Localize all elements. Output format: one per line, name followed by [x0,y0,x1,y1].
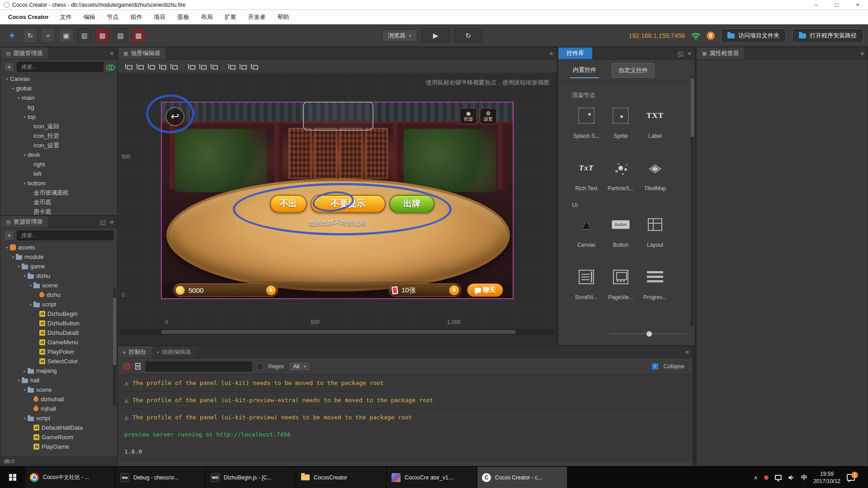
caret-icon[interactable]: ▾ [4,77,10,81]
action-center-icon[interactable]: 1 [847,474,855,481]
tree-row[interactable]: 房卡底 [0,207,117,216]
widgets-scrollbar[interactable] [691,75,694,326]
menu-item[interactable]: 帮助 [272,10,295,24]
assets-tab[interactable]: ▤ 资源管理器 [0,216,48,228]
play-button[interactable]: ▶ [422,28,450,42]
reload-button[interactable]: ↻ [454,28,482,42]
tree-row[interactable]: dizhu [0,290,117,300]
tree-row[interactable]: icon_返回 [0,122,117,131]
tree-row[interactable]: ▾desk [0,150,117,160]
grid-panel-icon[interactable]: ▦ [95,28,110,43]
size-match-h-icon[interactable] [238,62,247,70]
input-language-indicator[interactable]: 中 [801,474,807,482]
tree-row[interactable]: JSGameMenu [0,338,117,347]
tree-row[interactable]: JSPlayPoker [0,347,117,357]
hierarchy-tab[interactable]: ▤ 层级管理器 [0,47,48,59]
menu-item[interactable]: 编辑 [78,10,101,24]
close-icon[interactable]: × [847,0,868,9]
tab-animation-editor[interactable]: ▪ 动画编辑器 [152,346,197,358]
menu-brand[interactable]: Cocos Creator [3,14,54,20]
tree-row[interactable]: ▸majiang [0,366,117,375]
scrollbar-thumb[interactable] [161,330,516,334]
widget-item-progress[interactable]: Progres... [638,267,672,300]
tree-row[interactable]: JSGameRoom [0,432,117,442]
link-icon[interactable] [106,65,113,69]
widget-item-label[interactable]: TXTLabel [638,106,672,139]
tree-row[interactable]: JSDizhuButton [0,319,117,328]
scale-tool-icon[interactable]: × [41,28,56,43]
taskbar-app[interactable]: meDebug - chess/sr... [116,467,205,488]
align-right-icon[interactable] [146,62,155,70]
tray-app-icon[interactable] [764,475,769,480]
widget-item-layout[interactable]: Layout [638,215,672,248]
popout-icon[interactable]: ◱ [678,50,683,57]
menu-hamburger-icon[interactable]: ≡ [860,50,864,57]
tree-row[interactable]: icon_设置 [0,141,117,150]
taskbar-clock[interactable]: 19:59 2017/10/12 [813,470,840,485]
clear-console-icon[interactable] [123,363,130,370]
scene-tab[interactable]: ▦ 场景编辑器 [118,47,165,59]
regex-checkbox[interactable] [257,363,263,370]
menu-item[interactable]: 组件 [125,10,148,24]
menu-item[interactable]: 面板 [172,10,195,24]
menu-hamburger-icon[interactable]: ≡ [110,50,113,57]
maximize-icon[interactable]: □ [826,0,847,9]
tree-row[interactable]: ▾module [0,252,117,262]
caret-icon[interactable]: ▾ [10,86,16,91]
tree-row[interactable]: dizhuhall [0,394,117,404]
caret-icon[interactable]: ▾ [16,96,22,100]
align-center-h-icon[interactable] [135,62,144,70]
layers-panel-icon[interactable]: ▩ [131,28,146,43]
add-node-icon[interactable]: + [5,28,19,43]
align-top-icon[interactable] [157,62,166,70]
caret-icon[interactable]: ▾ [4,245,10,250]
assets-search-input[interactable] [17,230,113,240]
widgets-tab[interactable]: 控件库 [558,47,592,59]
widget-item-pageview[interactable]: PageVie... [604,267,638,300]
tree-row[interactable]: ▾assets [0,243,117,252]
caret-icon[interactable]: ▾ [28,302,33,307]
tree-row[interactable]: bg [0,103,117,112]
caret-icon[interactable]: ▾ [16,378,22,383]
minimize-icon[interactable]: – [806,0,826,9]
slider-handle[interactable] [646,331,652,337]
menu-hamburger-icon[interactable]: ≡ [110,219,113,225]
tree-row[interactable]: left [0,169,117,178]
refresh-icon[interactable]: ↻ [23,28,38,43]
tree-row[interactable]: ▾scene [0,281,117,290]
taskbar-app[interactable]: CocosCre ator_v1.... [387,467,476,488]
scrollbar-thumb[interactable] [113,297,116,365]
tree-row[interactable]: right [0,160,117,169]
start-button[interactable] [0,467,25,488]
network-icon[interactable] [775,475,782,480]
tree-row[interactable]: ▾dizhu [0,271,117,281]
tree-row[interactable]: ▾script [0,300,117,309]
console-filter-input[interactable] [146,361,252,371]
tree-row[interactable]: mjhall [0,404,117,413]
open-project-folder-button[interactable]: 访问项目文件夹 [721,28,786,43]
widget-item-scrollview[interactable]: ScrollVi... [569,267,604,300]
stats-panel-icon[interactable]: ▥ [77,28,92,43]
menu-item[interactable]: 布局 [195,10,219,24]
hierarchy-search-input[interactable] [17,62,104,72]
tab-console[interactable]: ▸ 控制台 [118,346,152,358]
create-node-button[interactable]: + [4,62,14,72]
menu-item[interactable]: 开发者 [242,10,272,24]
tree-row[interactable]: ▾Canvas [0,74,117,84]
preview-target-dropdown[interactable]: 浏览器 ▾ [382,29,417,42]
scene-viewport[interactable]: 使用鼠标右键平移视窗焦点，使用滚轮缩放视图 500 0 0 500 1,000 [118,73,557,345]
caret-icon[interactable]: ▾ [22,416,28,421]
menu-item[interactable]: 项目 [148,10,172,24]
widget-item-canvas[interactable]: ▲Canvas [569,215,604,248]
tree-row[interactable]: JSDizhuBegin [0,309,117,319]
inspector-tab[interactable]: ▣ 属性检查器 [697,47,744,59]
tab-builtin-widgets[interactable]: 内置控件 [570,63,599,78]
tree-row[interactable]: ▾script [0,413,117,423]
caret-icon[interactable]: ▸ [22,369,28,373]
distribute-left-icon[interactable] [209,62,218,70]
tree-row[interactable]: ▾top [0,112,117,122]
tree-row[interactable]: ▾main [0,93,117,103]
caret-icon[interactable]: ▾ [22,115,28,119]
taskbar-app[interactable]: WSDizhuBegin.js - [C... [206,467,296,488]
widget-item-richtext[interactable]: TxTRich Text [569,158,604,192]
